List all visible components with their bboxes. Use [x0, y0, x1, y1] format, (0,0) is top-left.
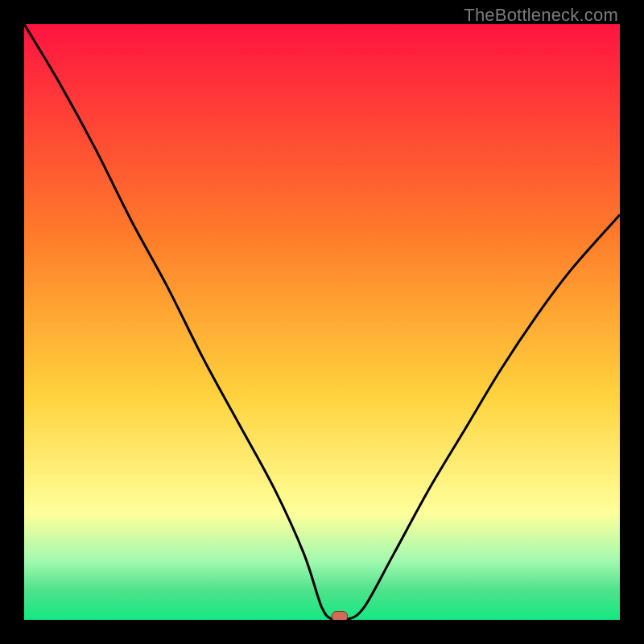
watermark-text: TheBottleneck.com: [464, 5, 618, 26]
min-bottleneck-marker: [332, 611, 348, 620]
chart-frame: TheBottleneck.com: [0, 0, 644, 644]
plot-area: [24, 24, 620, 620]
bottleneck-curve: [24, 24, 620, 620]
